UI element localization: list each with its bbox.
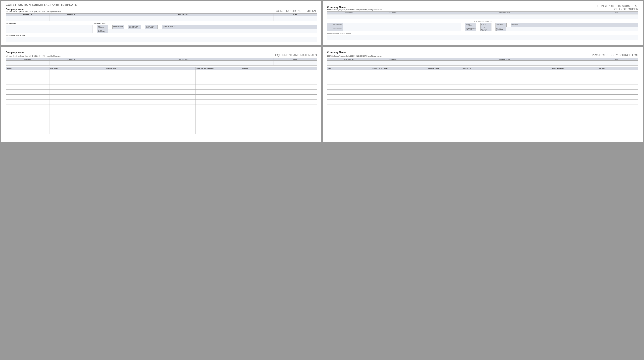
company-name: Company Name	[6, 8, 61, 11]
input-description[interactable]	[6, 37, 317, 42]
checkbox-client[interactable]	[476, 23, 480, 27]
company-address: 123 Main Street, Anytown, State 12345 | …	[327, 9, 382, 11]
doc-type-line2: CHANGE ORDER	[597, 8, 638, 11]
checkbox-other[interactable]	[491, 27, 496, 31]
table-row	[327, 75, 638, 80]
input-prepared-by[interactable]	[327, 61, 371, 66]
table-row	[6, 94, 317, 99]
input-project-id[interactable]	[49, 61, 93, 66]
checkbox-code[interactable]	[476, 27, 480, 31]
table-row	[6, 70, 317, 75]
input-submitted-to[interactable]	[343, 23, 461, 27]
input-date[interactable]	[273, 61, 317, 66]
table-row	[6, 114, 317, 119]
col-intended-use: INTENDED USE	[105, 67, 196, 70]
hdr-project-id: PROJECT ID	[49, 58, 93, 61]
label-rfi: REQUEST FOR INFORMATION	[128, 25, 140, 29]
col-item-name: ITEM NAME	[49, 67, 105, 70]
supply-tbody	[327, 70, 638, 134]
table-row	[327, 104, 638, 109]
input-submitted-by[interactable]	[343, 27, 461, 31]
checkbox-cm[interactable]	[461, 27, 465, 31]
input-date[interactable]	[595, 61, 638, 66]
panel-equipment: Company Name 123 Main Street, Anytown, S…	[2, 47, 321, 142]
hdr-change-id: CHANGE ID	[327, 12, 371, 15]
col-item-id: ITEM ID	[327, 67, 371, 70]
checkbox-shop-drawing[interactable]	[93, 25, 97, 29]
hdr-prepared-by: PREPARED BY	[327, 58, 371, 61]
input-change-id[interactable]	[327, 15, 371, 19]
label-other: OTHER (DESCRIBE):	[97, 29, 108, 33]
table-row	[327, 85, 638, 90]
input-project-id[interactable]	[371, 15, 414, 19]
input-row	[6, 16, 317, 21]
label-submittal-type: SUBMITTAL TYPE	[94, 23, 106, 25]
input-date[interactable]	[273, 16, 317, 21]
checkbox-engineer[interactable]	[506, 23, 511, 27]
table-row	[6, 80, 317, 85]
input-project-id[interactable]	[49, 16, 93, 21]
col-task: ASSOCIATED TASK	[551, 67, 598, 70]
equipment-tbody	[6, 70, 317, 134]
checkbox-comp[interactable]	[140, 25, 145, 29]
input-project-name[interactable]	[414, 61, 595, 66]
hdr-date: DATE	[595, 12, 638, 15]
checkbox-product-data[interactable]	[108, 25, 112, 29]
table-row	[6, 75, 317, 80]
label-self: SELF / COMPANY	[465, 23, 476, 27]
label-comp: COMP. FORM / QUALITY REC.	[145, 25, 158, 29]
col-item-id: ITEM ID	[6, 67, 50, 70]
col-manufacturer: MANUFACTURER	[427, 67, 461, 70]
panel-change-order: Company Name 123 Main Street, Anytown, S…	[323, 2, 642, 45]
label-product-data: PRODUCT DATA	[112, 25, 124, 29]
input-other-desc[interactable]	[506, 27, 638, 31]
label-cm: CONSTRUCTION MANAGER	[465, 27, 476, 31]
table-row	[327, 124, 638, 129]
input-project-name[interactable]	[414, 15, 595, 19]
label-description: DESCRIPTION OF SUBMITTAL	[6, 35, 317, 37]
company-address: 123 Main Street, Anytown, State 12345 | …	[6, 55, 61, 57]
label-code: CODE ENFORC. OFFICIAL	[480, 27, 491, 31]
table-row	[6, 124, 317, 129]
input-date[interactable]	[595, 15, 638, 19]
input-prepared-by[interactable]	[6, 61, 49, 66]
hdr-date: DATE	[273, 58, 317, 61]
template-grid: CONSTRUCTION SUBMITTAL FORM TEMPLATE Com…	[2, 2, 642, 142]
hdr-project-id: PROJECT ID	[371, 12, 414, 15]
label-quality: QUALITY SYSTEM DOC	[162, 25, 317, 29]
company-address: 123 Main Street, Anytown, State 12345 | …	[327, 55, 382, 57]
input-description[interactable]	[327, 35, 638, 40]
input-other-desc[interactable]	[108, 29, 317, 33]
checkbox-quality[interactable]	[158, 25, 162, 29]
col-supplier: SUPPLIER	[598, 67, 638, 70]
table-row	[6, 90, 317, 94]
label-architect: ARCHITECT	[496, 23, 506, 27]
checkbox-rfi[interactable]	[124, 25, 128, 29]
main-title: CONSTRUCTION SUBMITTAL FORM TEMPLATE	[6, 3, 317, 7]
col-description: DESCRIPTION	[461, 67, 551, 70]
doc-type-submittal: CONSTRUCTION SUBMITTAL	[276, 10, 317, 13]
company-name: Company Name	[327, 6, 382, 9]
input-project-id[interactable]	[371, 61, 414, 66]
input-project-name[interactable]	[93, 16, 273, 21]
checkbox-other[interactable]	[93, 29, 97, 33]
checkbox-architect[interactable]	[491, 23, 496, 27]
table-row	[6, 85, 317, 90]
checkbox-self[interactable]	[461, 23, 465, 27]
col-product: PRODUCT NAME / MODEL	[371, 67, 427, 70]
input-submittal-id[interactable]	[6, 16, 49, 21]
label-client: CLIENT	[480, 23, 491, 27]
header-row: SUBMITTAL ID PROJECT ID PROJECT NAME DAT…	[6, 14, 317, 16]
hdr-project-name: PROJECT NAME	[93, 14, 273, 16]
company-name: Company Name	[6, 51, 61, 54]
company-name: Company Name	[327, 51, 382, 54]
input-submitted-to[interactable]	[6, 25, 93, 33]
table-row	[6, 129, 317, 134]
doc-type-line1: CONSTRUCTION SUBMITTAL	[597, 5, 638, 8]
col-approval: APPROVAL REQUIREMENT	[196, 67, 239, 70]
label-submitted-by: SUBMITTED BY	[327, 27, 343, 31]
table-row	[327, 90, 638, 94]
input-project-name[interactable]	[93, 61, 273, 66]
table-row	[6, 99, 317, 104]
label-other: OTHER (DESCRIBE):	[496, 27, 506, 31]
